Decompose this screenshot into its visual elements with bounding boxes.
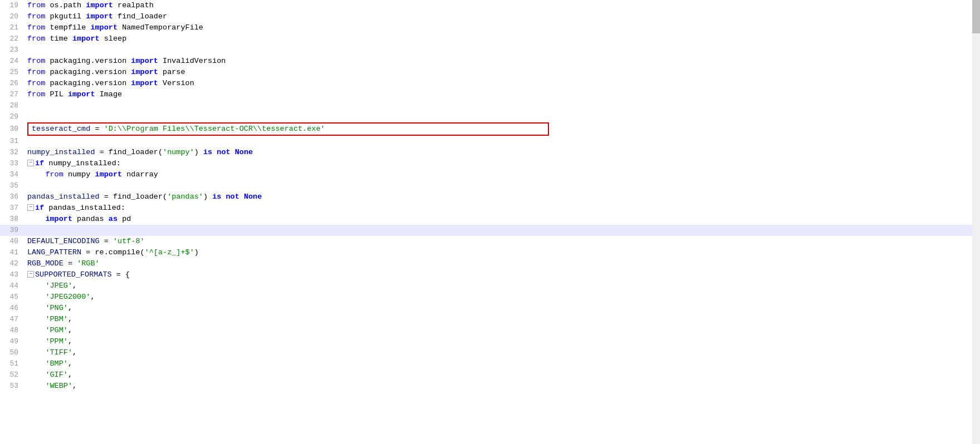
line-content — [25, 136, 980, 147]
code-token: ndarray — [122, 170, 158, 179]
code-token: tesseract_cmd — [32, 125, 90, 133]
code-token: from — [27, 68, 45, 76]
editor-container: 19from os.path import realpath20from pkg… — [0, 0, 980, 444]
code-line: 41LANG_PATTERN = re.compile('^[a-z_]+$') — [0, 247, 980, 258]
code-line: 43−SUPPORTED_FORMATS = { — [0, 269, 980, 280]
code-token: pandas_installed: — [44, 204, 125, 212]
line-number: 48 — [0, 325, 25, 336]
line-content: −SUPPORTED_FORMATS = { — [25, 269, 980, 280]
code-table: 19from os.path import realpath20from pkg… — [0, 0, 980, 392]
code-token: parse — [158, 68, 185, 76]
code-token: , — [72, 282, 77, 290]
line-number: 53 — [0, 381, 25, 392]
code-token: from — [27, 57, 45, 65]
line-content: 'PBM', — [25, 314, 980, 325]
code-token: '^[a-z_]+$' — [145, 248, 194, 256]
code-area[interactable]: 19from os.path import realpath20from pkg… — [0, 0, 980, 444]
code-token — [27, 293, 45, 301]
code-token: from — [27, 90, 45, 98]
scrollbar-thumb[interactable] — [972, 0, 980, 33]
line-content: from tempfile import NamedTemporaryFile — [25, 22, 980, 33]
code-token: = find_loader( — [95, 148, 163, 156]
code-token: import — [131, 79, 158, 87]
code-line: 48 'PGM', — [0, 325, 980, 336]
line-number: 38 — [0, 214, 25, 225]
code-token: os.path — [45, 1, 86, 9]
line-content — [25, 180, 980, 191]
code-token: from — [27, 12, 45, 21]
code-token: 'GIF' — [45, 371, 68, 379]
code-token: , — [90, 293, 95, 301]
line-content — [25, 111, 980, 122]
line-content: from packaging.version import Version — [25, 78, 980, 89]
code-token: import — [95, 170, 122, 179]
code-line: 21from tempfile import NamedTemporaryFil… — [0, 22, 980, 33]
line-content — [25, 45, 980, 56]
code-token: 'pandas' — [167, 193, 203, 201]
scrollbar-track[interactable] — [972, 0, 980, 444]
line-content: pandas_installed = find_loader('pandas')… — [25, 191, 980, 203]
fold-button[interactable]: − — [27, 160, 34, 166]
code-line: 50 'TIFF', — [0, 347, 980, 358]
code-token: is — [212, 193, 221, 201]
code-token: , — [72, 348, 77, 357]
code-token: , — [68, 304, 72, 312]
line-number: 21 — [0, 22, 25, 33]
line-number: 32 — [0, 147, 25, 158]
code-token: 'PNG' — [45, 304, 68, 312]
line-number: 49 — [0, 336, 25, 347]
code-token — [27, 215, 45, 223]
code-line: 49 'PPM', — [0, 336, 980, 347]
line-number: 23 — [0, 45, 25, 56]
code-token: 'PGM' — [45, 326, 68, 334]
line-content: from PIL import Image — [25, 89, 980, 100]
code-token: numpy_installed — [27, 148, 95, 156]
code-token: ) — [194, 248, 199, 256]
code-line: 52 'GIF', — [0, 369, 980, 381]
code-token — [231, 148, 235, 156]
code-token: from — [27, 34, 45, 43]
code-token — [27, 304, 45, 312]
code-token — [27, 371, 45, 379]
code-token: import — [131, 57, 158, 65]
code-token: = { — [112, 270, 130, 279]
line-content: −if pandas_installed: — [25, 203, 980, 214]
line-number: 45 — [0, 292, 25, 303]
line-number: 43 — [0, 269, 25, 280]
code-line: 38 import pandas as pd — [0, 214, 980, 225]
code-token: RGB_MODE — [27, 259, 63, 268]
highlighted-box: tesseract_cmd = 'D:\\Program Files\\Tess… — [27, 122, 549, 136]
code-token: pkgutil — [45, 12, 86, 21]
line-number: 24 — [0, 56, 25, 67]
line-number: 20 — [0, 11, 25, 22]
code-line: 24from packaging.version import InvalidV… — [0, 56, 980, 67]
code-line: 44 'JPEG', — [0, 280, 980, 292]
code-token: import — [45, 215, 72, 223]
code-token — [27, 359, 45, 368]
line-content: 'GIF', — [25, 369, 980, 381]
code-token — [27, 282, 45, 290]
code-line: 53 'WEBP', — [0, 381, 980, 392]
line-content: from packaging.version import InvalidVer… — [25, 56, 980, 67]
code-token: 'D:\\Program Files\\Tesseract-OCR\\tesse… — [104, 125, 325, 133]
code-token: import — [68, 90, 95, 98]
code-token: from — [27, 79, 45, 87]
code-token: 'PBM' — [45, 315, 68, 323]
line-content — [25, 225, 980, 236]
code-line: 42RGB_MODE = 'RGB' — [0, 258, 980, 269]
fold-button[interactable]: − — [27, 204, 34, 211]
line-content: RGB_MODE = 'RGB' — [25, 258, 980, 269]
line-content: 'TIFF', — [25, 347, 980, 358]
code-token: LANG_PATTERN — [27, 248, 81, 256]
fold-button[interactable]: − — [27, 271, 34, 278]
code-token: find_loader — [113, 12, 167, 21]
code-line: 35 — [0, 180, 980, 191]
code-line: 28 — [0, 100, 980, 111]
line-content: 'PNG', — [25, 303, 980, 314]
line-content: from packaging.version import parse — [25, 67, 980, 78]
code-token: 'WEBP' — [45, 382, 72, 390]
line-content: from numpy import ndarray — [25, 169, 980, 180]
code-line: 39 — [0, 225, 980, 236]
line-content: 'JPEG', — [25, 280, 980, 292]
code-token: not — [217, 148, 230, 156]
